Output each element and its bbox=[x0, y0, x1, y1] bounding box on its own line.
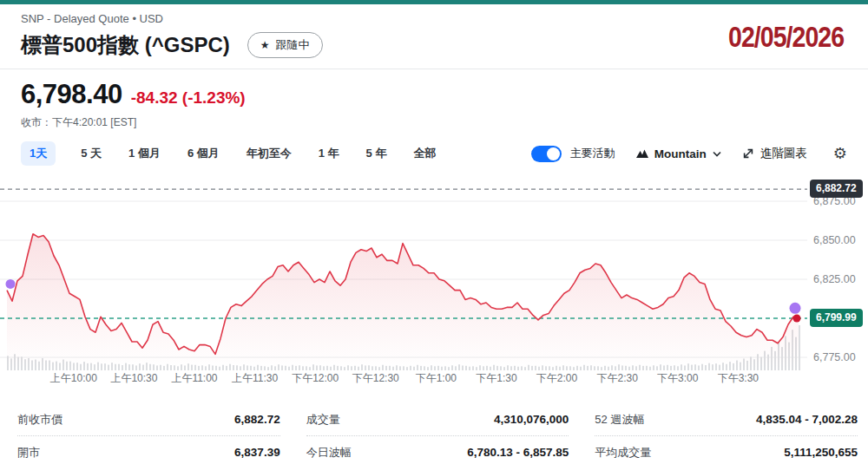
y-axis-label: 6,850.00 bbox=[813, 233, 856, 247]
stat-label: 開市 bbox=[17, 445, 40, 461]
follow-button[interactable]: ★ 跟隨中 bbox=[247, 32, 323, 58]
x-axis-label: 上午10:30 bbox=[104, 371, 165, 386]
price-area bbox=[7, 234, 799, 370]
advanced-chart-button[interactable]: 進階圖表 bbox=[742, 146, 807, 161]
key-stats: 前收市價6,882.72成交量4,310,076,00052 週波幅4,835.… bbox=[0, 389, 868, 464]
x-axis-label: 上午11:30 bbox=[225, 371, 286, 386]
stat-label: 成交量 bbox=[306, 412, 340, 428]
advanced-chart-label: 進階圖表 bbox=[760, 146, 807, 161]
x-axis-label: 下午12:30 bbox=[345, 371, 406, 386]
chart-canvas bbox=[0, 171, 868, 371]
stat-label: 今日波幅 bbox=[306, 445, 352, 461]
stat-cell: 今日波幅6,780.13 - 6,857.85 bbox=[306, 436, 569, 464]
range-tab-5[interactable]: 1 年 bbox=[317, 141, 341, 166]
chart-type-label: Mountain bbox=[654, 147, 707, 160]
after-hours-marker-dot bbox=[790, 303, 801, 314]
range-tab-4[interactable]: 年初至今 bbox=[245, 141, 293, 166]
mountain-icon bbox=[636, 148, 648, 159]
price-change: -84.32 (-1.23%) bbox=[131, 88, 246, 107]
stat-value: 4,835.04 - 7,002.28 bbox=[756, 413, 858, 426]
stat-cell: 平均成交量5,111,250,655 bbox=[595, 436, 858, 464]
stat-cell: 成交量4,310,076,000 bbox=[306, 403, 569, 436]
range-tab-3[interactable]: 6 個月 bbox=[186, 141, 221, 166]
current-price-badge: 6,799.99 bbox=[810, 309, 863, 327]
key-events-label: 主要活動 bbox=[570, 146, 615, 161]
stat-value: 6,837.39 bbox=[234, 446, 280, 459]
range-tab-2[interactable]: 1 個月 bbox=[127, 141, 162, 166]
x-axis-label: 下午1:00 bbox=[406, 371, 467, 386]
stat-label: 52 週波幅 bbox=[595, 412, 644, 428]
x-axis-label: 下午2:30 bbox=[587, 371, 648, 386]
stat-value: 5,111,250,655 bbox=[784, 446, 858, 459]
current-price: 6,798.40 bbox=[21, 79, 122, 109]
x-axis-label: 上午10:00 bbox=[43, 371, 104, 386]
x-axis-label: 下午3:30 bbox=[708, 371, 769, 386]
chevron-down-icon bbox=[713, 151, 721, 157]
range-tab-0[interactable]: 1天 bbox=[21, 141, 56, 166]
stat-cell: 前收市價6,882.72 bbox=[17, 403, 280, 436]
finance-quote-page: 02/05/2026 SNP - Delayed Quote • USD 標普5… bbox=[0, 0, 868, 464]
chart-type-selector[interactable]: Mountain bbox=[636, 147, 721, 160]
expand-arrows-icon bbox=[742, 147, 754, 160]
follow-label: 跟隨中 bbox=[276, 37, 310, 53]
price-section: 6,798.40-84.32 (-1.23%) 收市：下午4:20:01 [ES… bbox=[0, 69, 868, 130]
range-tab-1[interactable]: 5 天 bbox=[79, 141, 103, 166]
x-axis-label: 下午2:00 bbox=[527, 371, 588, 386]
stat-cell: 52 週波幅4,835.04 - 7,002.28 bbox=[595, 403, 858, 436]
page-title: 標普500指數 (^GSPC) bbox=[21, 31, 230, 59]
toggle-knob bbox=[547, 147, 560, 160]
range-tab-7[interactable]: 全部 bbox=[411, 141, 437, 166]
stat-value: 6,882.72 bbox=[234, 413, 280, 426]
exchange-info: SNP - Delayed Quote • USD bbox=[21, 12, 847, 25]
stat-label: 前收市價 bbox=[17, 412, 62, 428]
x-axis-labels: 上午10:00上午10:30上午11:00上午11:30下午12:00下午12:… bbox=[43, 371, 768, 386]
market-state: 收市：下午4:20:01 [EST] bbox=[21, 115, 847, 130]
y-axis-label: 6,825.00 bbox=[813, 272, 856, 286]
stat-cell: 開市6,837.39 bbox=[17, 436, 280, 464]
date-overlay: 02/05/2026 bbox=[728, 21, 844, 53]
x-axis-label: 下午1:30 bbox=[466, 371, 527, 386]
prev-close-badge: 6,882.72 bbox=[810, 180, 863, 198]
star-icon: ★ bbox=[260, 40, 270, 50]
stat-label: 平均成交量 bbox=[595, 445, 651, 461]
x-axis-label: 下午12:00 bbox=[285, 371, 345, 386]
x-axis-label: 下午3:00 bbox=[648, 371, 708, 386]
x-axis-label: 上午11:00 bbox=[164, 371, 225, 386]
settings-gear-icon[interactable]: ⚙ bbox=[833, 146, 847, 161]
chart-toolbar: 1天5 天1 個月6 個月年初至今1 年5 年全部 主要活動 Mountain … bbox=[0, 141, 868, 166]
key-events-toggle[interactable] bbox=[531, 146, 562, 162]
stat-value: 6,780.13 - 6,857.85 bbox=[467, 446, 569, 459]
range-tabs: 1天5 天1 個月6 個月年初至今1 年5 年全部 bbox=[21, 141, 437, 166]
volume-bar bbox=[799, 325, 800, 370]
price-chart[interactable]: 6,882.72 6,799.99 6,875.006,850.006,825.… bbox=[0, 171, 868, 389]
open-marker-dot bbox=[6, 279, 16, 289]
range-tab-6[interactable]: 5 年 bbox=[365, 141, 389, 166]
stat-value: 4,310,076,000 bbox=[494, 413, 569, 426]
close-marker-dot bbox=[793, 315, 801, 323]
y-axis-label: 6,775.00 bbox=[813, 350, 856, 364]
